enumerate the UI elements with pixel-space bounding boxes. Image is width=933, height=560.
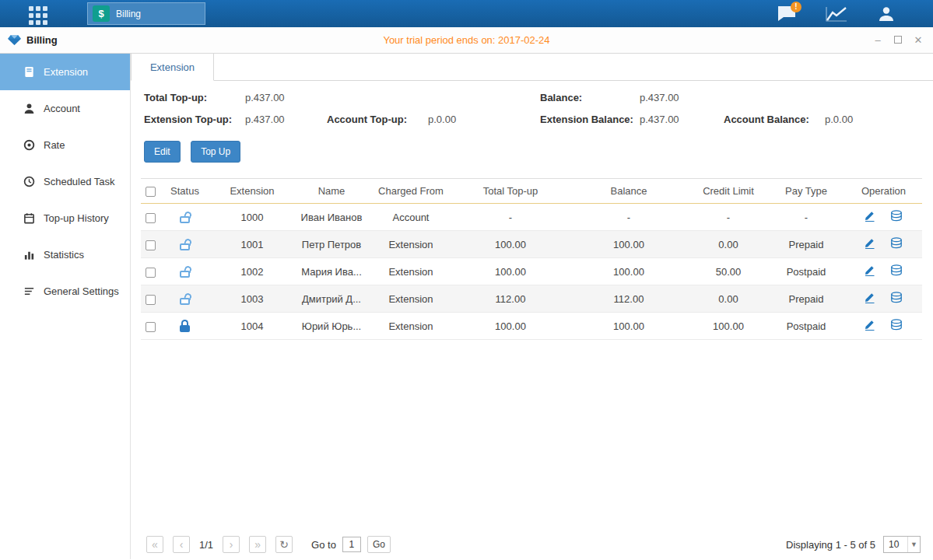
next-page-button[interactable]: › xyxy=(223,536,240,553)
goto-label: Go to xyxy=(311,539,336,551)
top-up-icon[interactable] xyxy=(890,292,903,306)
row-checkbox[interactable] xyxy=(146,240,156,250)
main-content: Extension Total Top-up: p.437.00 Balance… xyxy=(131,54,933,559)
refresh-icon[interactable]: ↻ xyxy=(275,536,293,553)
top-up-icon[interactable] xyxy=(890,237,903,251)
cell-credit-limit: 100.00 xyxy=(689,313,767,340)
user-account-icon[interactable] xyxy=(875,5,897,23)
row-checkbox[interactable] xyxy=(146,295,156,305)
col-balance: Balance xyxy=(568,179,689,204)
cell-name: Петр Петров xyxy=(294,231,369,258)
cell-charged-from: Extension xyxy=(369,313,453,340)
first-page-button[interactable]: « xyxy=(146,536,163,553)
col-total-topup: Total Top-up xyxy=(453,179,568,204)
cell-total-topup: 100.00 xyxy=(453,258,568,285)
settings-lines-icon xyxy=(23,285,35,297)
select-all-checkbox[interactable] xyxy=(146,187,156,197)
trial-notice: Your trial period ends on: 2017-02-24 xyxy=(0,34,933,46)
page-size-select[interactable]: 10 ▼ xyxy=(883,536,921,553)
cell-charged-from: Extension xyxy=(369,285,453,313)
sidebar-item-rate[interactable]: Rate xyxy=(0,127,130,163)
sidebar-item-scheduled-task[interactable]: Scheduled Task xyxy=(0,163,130,200)
extension-table: Status Extension Name Charged From Total… xyxy=(141,178,922,340)
close-button[interactable]: ✕ xyxy=(913,34,924,46)
edit-icon[interactable] xyxy=(865,319,875,333)
last-page-button[interactable]: » xyxy=(249,536,266,553)
col-credit-limit: Credit Limit xyxy=(689,179,767,204)
cell-charged-from: Account xyxy=(369,204,453,231)
messages-icon[interactable]: ! xyxy=(776,5,798,23)
billing-app-logo-icon xyxy=(8,34,21,46)
cell-extension: 1003 xyxy=(210,285,294,313)
row-checkbox[interactable] xyxy=(146,268,156,278)
col-operation: Operation xyxy=(845,179,922,204)
summary-value: p.0.00 xyxy=(825,114,930,125)
extension-book-icon xyxy=(23,66,35,78)
cell-credit-limit: 50.00 xyxy=(689,258,767,285)
prev-page-button[interactable]: ‹ xyxy=(173,536,190,553)
row-checkbox[interactable] xyxy=(146,213,156,223)
cell-credit-limit: - xyxy=(689,204,767,231)
top-up-icon[interactable] xyxy=(890,319,903,333)
cell-name: Иван Иванов xyxy=(294,204,369,231)
window-titlebar: Billing Your trial period ends on: 2017-… xyxy=(0,27,933,54)
sidebar-item-statistics[interactable]: Statistics xyxy=(0,236,130,273)
edit-icon[interactable] xyxy=(865,292,875,306)
edit-icon[interactable] xyxy=(865,264,875,278)
cell-extension: 1004 xyxy=(210,313,294,340)
top-up-icon[interactable] xyxy=(890,264,903,278)
page-size-value: 10 xyxy=(884,539,907,550)
table-row: 1000 Иван Иванов Account - - - - xyxy=(141,204,922,231)
maximize-button[interactable] xyxy=(893,34,903,46)
sidebar-item-topup-history[interactable]: Top-up History xyxy=(0,200,130,236)
edit-button[interactable]: Edit xyxy=(144,141,181,163)
table-row: 1002 Мария Ива... Extension 100.00 100.0… xyxy=(141,258,922,285)
sidebar-item-account[interactable]: Account xyxy=(0,90,130,127)
action-buttons: Edit Top Up xyxy=(144,141,933,163)
sidebar-item-label: Account xyxy=(44,103,80,114)
statistics-chart-icon[interactable] xyxy=(826,5,847,23)
chevron-down-icon: ▼ xyxy=(907,537,920,552)
top-up-button[interactable]: Top Up xyxy=(191,141,240,163)
table-row: 1004 Юрий Юрь... Extension 100.00 100.00… xyxy=(141,313,922,340)
goto-page-input[interactable] xyxy=(342,537,361,552)
sidebar-item-label: Top-up History xyxy=(44,212,109,224)
cell-total-topup: 100.00 xyxy=(453,313,568,340)
pagination-bar: « ‹ 1/1 › » ↻ Go to Go Displaying 1 - 5 … xyxy=(146,536,921,553)
cell-pay-type: Prepaid xyxy=(767,231,845,258)
cell-credit-limit: 0.00 xyxy=(689,285,767,313)
table-header-row: Status Extension Name Charged From Total… xyxy=(141,179,922,204)
summary-value: p.437.00 xyxy=(640,114,724,125)
cell-balance: 112.00 xyxy=(568,285,689,313)
status-lock-icon xyxy=(179,292,191,305)
cell-extension: 1002 xyxy=(210,258,294,285)
tab-extension[interactable]: Extension xyxy=(131,54,214,81)
sidebar-item-label: Rate xyxy=(44,139,65,151)
summary-label: Account Balance: xyxy=(724,114,825,125)
go-button[interactable]: Go xyxy=(367,536,391,553)
top-up-icon[interactable] xyxy=(890,210,903,224)
cell-name: Дмитрий Д... xyxy=(294,285,369,313)
cell-balance: 100.00 xyxy=(568,258,689,285)
window-title: Billing xyxy=(26,34,58,46)
topbar-tab-billing[interactable]: $ Billing xyxy=(87,2,205,25)
cell-pay-type: Prepaid xyxy=(767,285,845,313)
row-checkbox[interactable] xyxy=(146,322,156,332)
col-extension: Extension xyxy=(210,179,294,204)
summary-label: Extension Top-up: xyxy=(144,114,245,125)
minimize-button[interactable]: – xyxy=(872,34,883,46)
displaying-text: Displaying 1 - 5 of 5 xyxy=(786,539,875,551)
sidebar-item-general-settings[interactable]: General Settings xyxy=(0,273,130,310)
app-launcher-icon[interactable] xyxy=(29,6,47,25)
summary-label: Balance: xyxy=(540,92,640,103)
status-lock-icon xyxy=(179,265,191,278)
sidebar-item-label: Extension xyxy=(44,66,88,78)
cell-pay-type: - xyxy=(767,204,845,231)
edit-icon[interactable] xyxy=(865,237,875,251)
edit-icon[interactable] xyxy=(865,210,875,224)
cell-balance: 100.00 xyxy=(568,231,689,258)
col-pay-type: Pay Type xyxy=(767,179,845,204)
sidebar-item-extension[interactable]: Extension xyxy=(0,54,130,90)
cell-credit-limit: 0.00 xyxy=(689,231,767,258)
summary-value: p.437.00 xyxy=(640,92,724,103)
